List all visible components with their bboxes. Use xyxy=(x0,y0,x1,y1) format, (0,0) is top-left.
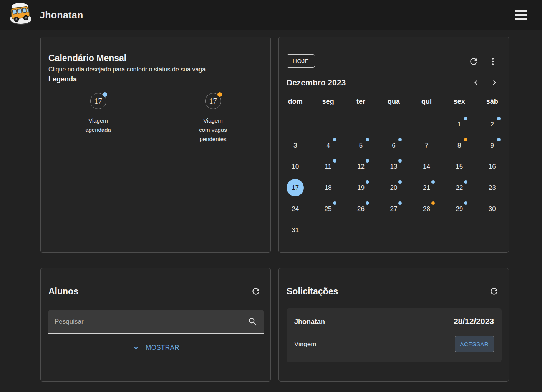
blue-dot-icon xyxy=(333,138,336,141)
refresh-icon xyxy=(489,286,499,296)
blue-dot-icon xyxy=(398,201,402,205)
legend-item-scheduled: 17 Viagem agendada xyxy=(41,93,156,144)
refresh-icon xyxy=(469,56,479,66)
calendar-day-3[interactable]: 3 xyxy=(279,135,312,156)
search-icon xyxy=(248,317,258,327)
legend-heading: Legenda xyxy=(48,75,77,83)
calendar-day-empty xyxy=(312,219,344,241)
calendar-day-17[interactable]: 17 xyxy=(279,177,312,198)
calendar-day-empty xyxy=(312,114,344,135)
previous-month-button[interactable] xyxy=(471,78,481,88)
calendar-day-empty xyxy=(443,219,476,241)
alunos-refresh-button[interactable] xyxy=(250,286,261,297)
chevron-right-icon xyxy=(490,78,499,87)
calendar-card: HOJE Dezembro 2023 dom seg ter xyxy=(278,37,509,253)
calendar-day-20[interactable]: 20 xyxy=(377,177,410,198)
blue-dot-icon xyxy=(464,180,467,184)
access-request-button[interactable]: ACESSAR xyxy=(455,336,494,352)
alunos-card: Alunos MOSTRAR xyxy=(40,268,271,382)
calendar-day-empty xyxy=(377,219,410,241)
calendar-day-9[interactable]: 9 xyxy=(476,135,509,156)
blue-dot-icon xyxy=(398,180,402,184)
solicitacoes-refresh-button[interactable] xyxy=(489,286,499,297)
request-date: 28/12/2023 xyxy=(454,317,494,326)
calendar-day-15[interactable]: 15 xyxy=(443,156,476,177)
calendar-day-19[interactable]: 19 xyxy=(345,177,377,198)
calendar-day-21[interactable]: 21 xyxy=(410,177,443,198)
calendar-day-28[interactable]: 28 xyxy=(410,198,443,219)
next-month-button[interactable] xyxy=(489,78,499,88)
calendar-day-14[interactable]: 14 xyxy=(410,156,443,177)
legend-day-circle: 17 xyxy=(90,93,106,109)
orange-dot-icon xyxy=(217,92,222,97)
calendar-day-6[interactable]: 6 xyxy=(377,135,410,156)
menu-button[interactable] xyxy=(515,10,527,20)
blue-dot-icon xyxy=(333,201,336,205)
search-button[interactable] xyxy=(245,314,260,329)
calendar-day-29[interactable]: 29 xyxy=(443,198,476,219)
calendar-day-24[interactable]: 24 xyxy=(279,198,312,219)
weekday-qua: qua xyxy=(377,98,410,106)
blue-dot-icon xyxy=(103,92,107,97)
calendar-day-5[interactable]: 5 xyxy=(345,135,377,156)
blue-dot-icon xyxy=(497,117,501,120)
calendar-refresh-button[interactable] xyxy=(468,56,479,67)
legend-day-circle: 17 xyxy=(205,93,221,109)
blue-dot-icon xyxy=(366,138,369,141)
calendar-day-10[interactable]: 10 xyxy=(279,156,312,177)
legend-card-subtitle: Clique no dia desejado para conferir o s… xyxy=(48,66,206,73)
calendar-day-grid: 1234567891011121314151617181920212223242… xyxy=(279,114,509,241)
page-title: Jhonatan xyxy=(40,10,83,21)
calendar-day-1[interactable]: 1 xyxy=(443,114,476,135)
calendar-more-menu-button[interactable] xyxy=(487,56,498,67)
request-type: Viagem xyxy=(294,341,316,348)
blue-dot-icon xyxy=(497,138,501,141)
weekday-header-row: dom seg ter qua qui sex sáb xyxy=(279,98,509,106)
today-button[interactable]: HOJE xyxy=(287,54,315,68)
calendar-day-empty xyxy=(279,114,312,135)
legend-card-title: Calendário Mensal xyxy=(48,53,126,63)
search-input[interactable] xyxy=(48,318,245,326)
weekday-dom: dom xyxy=(279,98,312,106)
search-box xyxy=(48,310,264,334)
weekday-seg: seg xyxy=(312,98,344,106)
alunos-title: Alunos xyxy=(48,286,78,297)
blue-dot-icon xyxy=(398,138,402,141)
calendar-day-7[interactable]: 7 xyxy=(410,135,443,156)
calendar-day-11[interactable]: 11 xyxy=(312,156,344,177)
calendar-day-empty xyxy=(345,219,377,241)
blue-dot-icon xyxy=(431,180,435,184)
weekday-qui: qui xyxy=(410,98,443,106)
weekday-ter: ter xyxy=(345,98,377,106)
blue-dot-icon xyxy=(398,159,402,163)
calendar-day-13[interactable]: 13 xyxy=(377,156,410,177)
calendar-day-16[interactable]: 16 xyxy=(476,156,509,177)
calendar-day-8[interactable]: 8 xyxy=(443,135,476,156)
calendar-day-23[interactable]: 23 xyxy=(476,177,509,198)
weekday-sab: sáb xyxy=(476,98,509,106)
legend-item-pending: 17 Viagem com vagas pendentes xyxy=(156,93,270,144)
request-name: Jhonatan xyxy=(294,318,325,326)
request-item: Jhonatan 28/12/2023 Viagem ACESSAR xyxy=(287,308,502,362)
calendar-day-26[interactable]: 26 xyxy=(345,198,377,219)
chevron-down-icon xyxy=(132,344,140,352)
calendar-day-31[interactable]: 31 xyxy=(279,219,312,241)
blue-dot-icon xyxy=(333,159,336,163)
calendar-day-2[interactable]: 2 xyxy=(476,114,509,135)
legend-label-scheduled: Viagem agendada xyxy=(85,116,111,135)
blue-dot-icon xyxy=(366,201,369,205)
calendar-day-empty xyxy=(410,219,443,241)
calendar-day-30[interactable]: 30 xyxy=(476,198,509,219)
solicitacoes-title: Solicitações xyxy=(287,286,338,297)
calendar-day-22[interactable]: 22 xyxy=(443,177,476,198)
show-students-button[interactable]: MOSTRAR xyxy=(41,344,270,352)
calendar-day-empty xyxy=(345,114,377,135)
month-title: Dezembro 2023 xyxy=(287,78,346,87)
calendar-day-4[interactable]: 4 xyxy=(312,135,344,156)
calendar-day-12[interactable]: 12 xyxy=(345,156,377,177)
chevron-left-icon xyxy=(471,78,481,87)
calendar-day-27[interactable]: 27 xyxy=(377,198,410,219)
calendar-day-25[interactable]: 25 xyxy=(312,198,344,219)
refresh-icon xyxy=(251,286,261,296)
calendar-day-18[interactable]: 18 xyxy=(312,177,344,198)
